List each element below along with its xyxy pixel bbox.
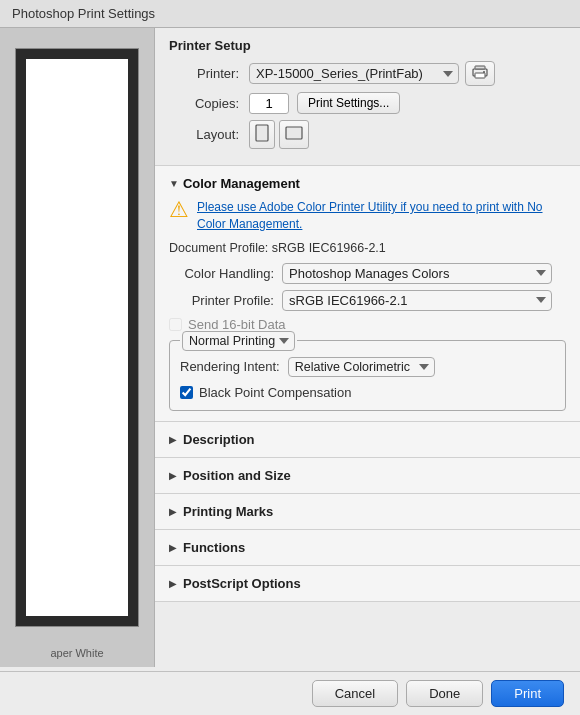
svg-point-3 — [483, 71, 485, 73]
bottom-bar: Cancel Done Print — [0, 671, 580, 715]
color-management-section: ▼ Color Management ⚠ Please use Adobe Co… — [155, 166, 580, 422]
cancel-button[interactable]: Cancel — [312, 680, 398, 707]
printer-select-wrapper: XP-15000_Series_(PrintFab) — [249, 61, 566, 86]
copies-input[interactable]: 1 — [249, 93, 289, 114]
print-button[interactable]: Print — [491, 680, 564, 707]
left-panel: aper White — [0, 28, 155, 667]
color-handling-row: Color Handling: Photoshop Manages Colors… — [169, 263, 566, 284]
description-title: Description — [183, 432, 255, 447]
title-bar: Photoshop Print Settings — [0, 0, 580, 28]
right-panel: Printer Setup Printer: XP-15000_Series_(… — [155, 28, 580, 667]
printer-row: Printer: XP-15000_Series_(PrintFab) — [169, 61, 566, 86]
send16bit-row: Send 16-bit Data — [169, 317, 566, 332]
rendering-intent-row: Rendering Intent: Perceptual Saturation … — [180, 357, 555, 377]
svg-rect-2 — [475, 73, 485, 78]
print-settings-button[interactable]: Print Settings... — [297, 92, 400, 114]
position-size-arrow: ▶ — [169, 470, 177, 481]
layout-label: Layout: — [169, 127, 239, 142]
bpc-row: Black Point Compensation — [180, 385, 555, 400]
print-preview — [15, 48, 139, 627]
rendering-intent-label: Rendering Intent: — [180, 359, 280, 374]
send16bit-checkbox[interactable] — [169, 318, 182, 331]
main-layout: aper White Printer Setup Printer: XP-150… — [0, 28, 580, 667]
normal-printing-group: Normal Printing Hard Proofing Rendering … — [169, 340, 566, 411]
layout-icons — [249, 120, 309, 149]
printing-marks-section[interactable]: ▶ Printing Marks — [155, 494, 580, 530]
triangle-icon: ▼ — [169, 178, 179, 189]
color-handling-select[interactable]: Photoshop Manages Colors Printer Manages… — [282, 263, 552, 284]
description-section[interactable]: ▶ Description — [155, 422, 580, 458]
postscript-title: PostScript Options — [183, 576, 301, 591]
printer-select[interactable]: XP-15000_Series_(PrintFab) — [249, 63, 459, 84]
window-title: Photoshop Print Settings — [12, 6, 155, 21]
paper-white-label: aper White — [0, 647, 154, 659]
printer-properties-button[interactable] — [465, 61, 495, 86]
copies-row: Copies: 1 Print Settings... — [169, 92, 566, 114]
printer-profile-label: Printer Profile: — [169, 293, 274, 308]
printer-profile-row: Printer Profile: sRGB IEC61966-2.1 — [169, 290, 566, 311]
rendering-intent-select[interactable]: Perceptual Saturation Relative Colorimet… — [288, 357, 435, 377]
color-handling-label: Color Handling: — [169, 266, 274, 281]
doc-profile-row: Document Profile: sRGB IEC61966-2.1 — [169, 241, 566, 255]
printing-marks-arrow: ▶ — [169, 506, 177, 517]
bpc-label: Black Point Compensation — [199, 385, 351, 400]
position-size-section[interactable]: ▶ Position and Size — [155, 458, 580, 494]
postscript-arrow: ▶ — [169, 578, 177, 589]
send16bit-label: Send 16-bit Data — [188, 317, 286, 332]
normal-printing-select[interactable]: Normal Printing Hard Proofing — [182, 331, 295, 351]
warning-icon: ⚠ — [169, 199, 189, 221]
layout-row: Layout: — [169, 120, 566, 149]
copies-label: Copies: — [169, 96, 239, 111]
functions-arrow: ▶ — [169, 542, 177, 553]
warning-text[interactable]: Please use Adobe Color Printer Utility i… — [197, 199, 566, 233]
svg-rect-5 — [286, 127, 302, 139]
description-arrow: ▶ — [169, 434, 177, 445]
functions-section[interactable]: ▶ Functions — [155, 530, 580, 566]
normal-printing-legend: Normal Printing Hard Proofing — [180, 331, 297, 351]
printer-profile-select[interactable]: sRGB IEC61966-2.1 — [282, 290, 552, 311]
position-size-title: Position and Size — [183, 468, 291, 483]
printer-setup-section: Printer Setup Printer: XP-15000_Series_(… — [155, 28, 580, 166]
postscript-section[interactable]: ▶ PostScript Options — [155, 566, 580, 602]
svg-rect-4 — [256, 125, 268, 141]
printing-marks-title: Printing Marks — [183, 504, 273, 519]
functions-title: Functions — [183, 540, 245, 555]
printer-setup-title: Printer Setup — [169, 38, 566, 53]
svg-rect-1 — [475, 66, 485, 69]
layout-portrait-button[interactable] — [249, 120, 275, 149]
warning-box: ⚠ Please use Adobe Color Printer Utility… — [169, 199, 566, 233]
color-management-title: ▼ Color Management — [169, 176, 566, 191]
bpc-checkbox[interactable] — [180, 386, 193, 399]
done-button[interactable]: Done — [406, 680, 483, 707]
preview-inner — [26, 59, 128, 616]
printer-label: Printer: — [169, 66, 239, 81]
layout-landscape-button[interactable] — [279, 120, 309, 149]
